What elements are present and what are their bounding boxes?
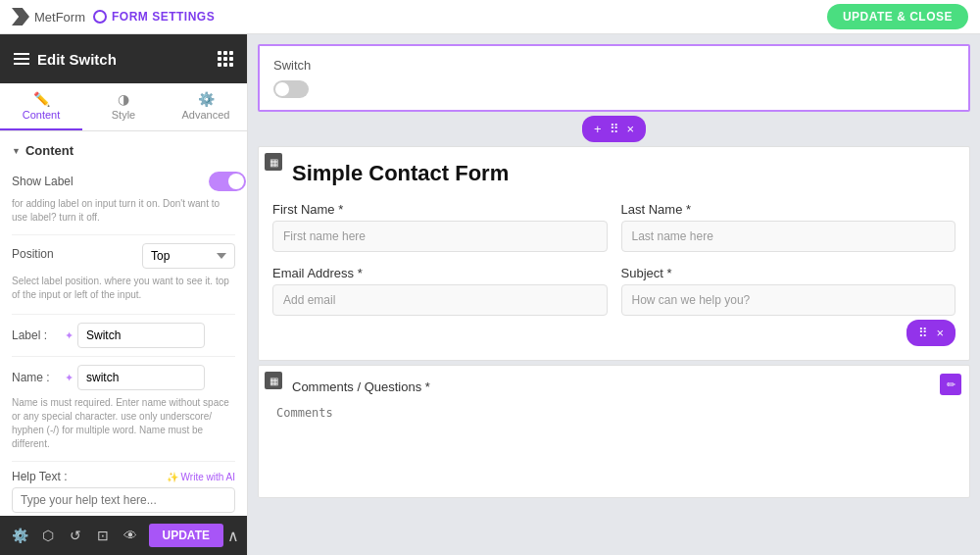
label-field-label: Label : bbox=[12, 328, 61, 342]
form-section-handle[interactable]: ▦ bbox=[265, 153, 282, 171]
update-close-button[interactable]: UPDATE & CLOSE bbox=[827, 4, 968, 29]
form-section: ▦ Simple Contact Form First Name * First… bbox=[258, 146, 970, 361]
name-field-hint: Name is must required. Enter name withou… bbox=[12, 396, 235, 451]
panel-content: Content Show Label Yes for adding label … bbox=[0, 131, 247, 516]
name-field-input[interactable] bbox=[77, 365, 205, 390]
show-label-toggle[interactable] bbox=[209, 172, 246, 191]
panel-header-left: Edit Switch bbox=[14, 51, 117, 68]
name-field-label: Name : bbox=[12, 371, 61, 384]
form-field-email: Email Address * Add email bbox=[272, 266, 608, 316]
show-label-hint: for adding label on input turn it on. Do… bbox=[12, 197, 235, 225]
form-settings-link[interactable]: FORM SETTINGS bbox=[93, 10, 215, 24]
write-ai-button[interactable]: ✨ Write with AI bbox=[167, 472, 235, 482]
switch-toggle-knob bbox=[275, 82, 289, 96]
divider-4 bbox=[12, 461, 235, 462]
subject-input[interactable]: How can we help you? bbox=[621, 284, 956, 316]
left-panel: Edit Switch ✏️ Content ◑ Style ⚙️ Advanc… bbox=[0, 34, 248, 555]
help-text-input[interactable] bbox=[12, 487, 235, 513]
top-bar: MetForm FORM SETTINGS UPDATE & CLOSE bbox=[0, 0, 980, 34]
subject-label: Subject * bbox=[621, 266, 956, 280]
hamburger-icon[interactable] bbox=[14, 53, 29, 65]
panel-title: Edit Switch bbox=[37, 51, 117, 68]
position-row: Position Top Left Right Bottom bbox=[12, 243, 235, 269]
top-bar-left: MetForm FORM SETTINGS bbox=[12, 8, 215, 25]
divider-3 bbox=[12, 356, 235, 357]
form-title: Simple Contact Form bbox=[272, 161, 956, 186]
switch-widget: Switch bbox=[258, 44, 970, 112]
switch-widget-label: Switch bbox=[273, 58, 955, 73]
lastname-input[interactable]: Last name here bbox=[621, 221, 956, 252]
style-tab-icon: ◑ bbox=[118, 91, 129, 107]
float-move-button[interactable]: ⠿ bbox=[608, 120, 621, 138]
comments-label: Comments / Questions * bbox=[272, 379, 956, 394]
content-tab-icon: ✏️ bbox=[33, 91, 50, 107]
main-layout: Edit Switch ✏️ Content ◑ Style ⚙️ Advanc… bbox=[0, 34, 980, 555]
form-grid: First Name * First name here Last Name *… bbox=[272, 202, 956, 316]
float-toolbar-2-container: ⠿ × bbox=[272, 320, 956, 346]
content-section-title: Content bbox=[12, 143, 235, 158]
canvas-area[interactable]: Switch + ⠿ × ▦ Simple Contact Form First… bbox=[248, 34, 980, 555]
float2-move-button[interactable]: ⠿ bbox=[916, 324, 930, 342]
divider-2 bbox=[12, 314, 235, 315]
position-label: Position bbox=[12, 247, 54, 261]
panel-tabs: ✏️ Content ◑ Style ⚙️ Advanced bbox=[0, 83, 247, 131]
firstname-input[interactable]: First name here bbox=[272, 221, 608, 252]
apps-grid-icon[interactable] bbox=[218, 51, 233, 67]
show-label-label: Show Label bbox=[12, 175, 74, 188]
expand-button[interactable]: ∧ bbox=[227, 527, 239, 545]
float-close-button[interactable]: × bbox=[625, 120, 637, 138]
comments-textarea[interactable] bbox=[272, 402, 956, 480]
email-label: Email Address * bbox=[272, 266, 608, 280]
panel-header: Edit Switch bbox=[0, 34, 247, 83]
content-tab-label: Content bbox=[23, 109, 61, 121]
metform-logo: MetForm bbox=[12, 8, 85, 25]
history-toolbar-icon[interactable]: ↺ bbox=[63, 522, 88, 549]
responsive-toolbar-icon[interactable]: ⊡ bbox=[90, 522, 116, 549]
position-select[interactable]: Top Left Right Bottom bbox=[142, 243, 235, 269]
advanced-tab-label: Advanced bbox=[182, 109, 230, 121]
layers-toolbar-icon[interactable]: ⬡ bbox=[35, 522, 61, 549]
position-select-wrap: Top Left Right Bottom bbox=[142, 243, 235, 269]
label-field-row: Label : ✦ bbox=[12, 323, 235, 348]
comments-section: ▦ ✏ Comments / Questions * bbox=[258, 365, 970, 498]
logo-icon bbox=[12, 8, 29, 25]
advanced-tab-icon: ⚙️ bbox=[198, 91, 215, 107]
eye-toolbar-icon[interactable]: 👁 bbox=[118, 522, 143, 549]
tab-style[interactable]: ◑ Style bbox=[82, 83, 165, 130]
float-toolbar-1-container: + ⠿ × bbox=[248, 116, 980, 142]
logo-text: MetForm bbox=[34, 10, 85, 25]
form-field-subject: Subject * How can we help you? bbox=[621, 266, 956, 316]
magic-wand-icon: ✦ bbox=[65, 329, 74, 342]
comments-edit-button[interactable]: ✏ bbox=[940, 374, 961, 395]
tab-content[interactable]: ✏️ Content bbox=[0, 83, 82, 130]
float-toolbar-1: + ⠿ × bbox=[582, 116, 646, 142]
divider-1 bbox=[12, 234, 235, 235]
position-group: Position Top Left Right Bottom Select la… bbox=[12, 243, 235, 302]
name-field-row: Name : ✦ bbox=[12, 365, 235, 390]
form-field-firstname: First Name * First name here bbox=[272, 202, 608, 252]
tab-advanced[interactable]: ⚙️ Advanced bbox=[165, 83, 247, 130]
update-button[interactable]: UPDATE bbox=[149, 524, 223, 547]
firstname-label: First Name * bbox=[272, 202, 608, 217]
show-label-toggle-wrap: Yes bbox=[209, 172, 235, 191]
help-text-label: Help Text : bbox=[12, 470, 67, 483]
label-field-input[interactable] bbox=[77, 323, 205, 348]
lastname-label: Last Name * bbox=[621, 202, 956, 217]
help-text-row: Help Text : ✨ Write with AI bbox=[12, 470, 235, 483]
switch-toggle-off[interactable] bbox=[273, 80, 309, 98]
comments-handle[interactable]: ▦ bbox=[265, 372, 282, 389]
float-toolbar-2: ⠿ × bbox=[906, 320, 956, 346]
position-hint: Select label position. where you want to… bbox=[12, 275, 235, 302]
float2-close-button[interactable]: × bbox=[934, 324, 946, 342]
settings-toolbar-icon[interactable]: ⚙️ bbox=[8, 522, 33, 549]
show-label-row: Show Label Yes bbox=[12, 172, 235, 191]
name-magic-icon: ✦ bbox=[65, 372, 74, 384]
form-settings-label: FORM SETTINGS bbox=[112, 10, 215, 24]
bottom-toolbar: ⚙️ ⬡ ↺ ⊡ 👁 UPDATE ∧ bbox=[0, 516, 247, 555]
float-add-button[interactable]: + bbox=[592, 120, 604, 138]
email-input[interactable]: Add email bbox=[272, 284, 608, 316]
style-tab-label: Style bbox=[112, 109, 135, 121]
form-field-lastname: Last Name * Last name here bbox=[621, 202, 956, 252]
gear-icon bbox=[93, 10, 107, 24]
toggle-knob bbox=[228, 174, 244, 189]
